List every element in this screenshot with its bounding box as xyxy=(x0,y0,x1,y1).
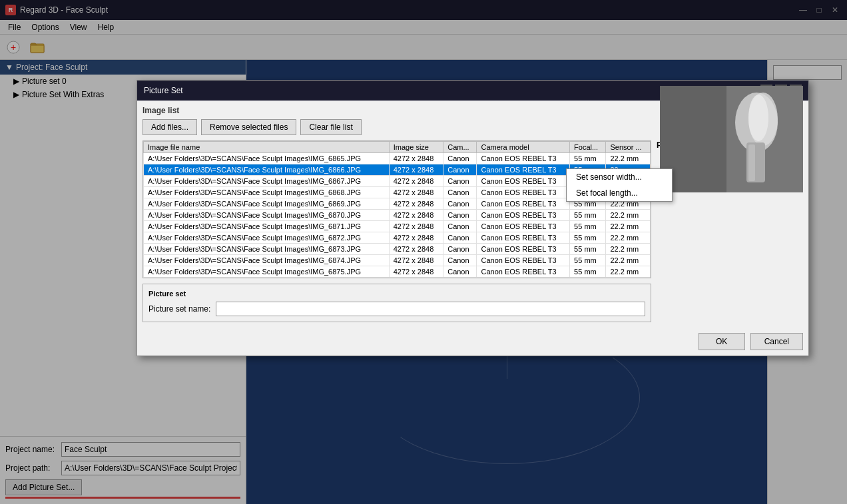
cell-model: Canon EOS REBEL T3 xyxy=(477,164,570,176)
cell-cam: Canon xyxy=(443,164,477,176)
cell-sensor: 22.2 mm xyxy=(606,232,651,244)
cell-cam: Canon xyxy=(443,255,477,266)
cell-sensor: 22.2 mm xyxy=(606,244,651,255)
context-menu: Set sensor width... Set focal length... xyxy=(566,168,673,202)
cell-model: Canon EOS REBEL T3 xyxy=(477,232,570,244)
cell-cam: Canon xyxy=(443,198,477,210)
context-menu-set-focal[interactable]: Set focal length... xyxy=(567,185,672,201)
cell-size: 4272 x 2848 xyxy=(389,221,443,232)
cell-focal: 55 mm xyxy=(570,244,606,255)
cell-focal: 55 mm xyxy=(570,232,606,244)
cell-cam: Canon xyxy=(443,232,477,244)
cell-cam: Canon xyxy=(443,153,477,164)
col-filename[interactable]: Image file name xyxy=(144,142,390,153)
cell-focal: 55 mm xyxy=(570,266,606,278)
svg-rect-9 xyxy=(748,144,755,181)
cell-model: Canon EOS REBEL T3 xyxy=(477,210,570,221)
cell-size: 4272 x 2848 xyxy=(389,176,443,187)
file-table: Image file name Image size Cam... Camera… xyxy=(143,141,651,278)
cell-focal: 55 mm xyxy=(570,153,606,164)
cell-model: Canon EOS REBEL T3 xyxy=(477,153,570,164)
table-row[interactable]: A:\User Folders\3D\=SCANS\Face Sculpt Im… xyxy=(144,266,651,278)
context-menu-set-sensor[interactable]: Set sensor width... xyxy=(567,169,672,185)
cell-model: Canon EOS REBEL T3 xyxy=(477,187,570,198)
ok-button[interactable]: OK xyxy=(699,333,745,350)
cell-filename: A:\User Folders\3D\=SCANS\Face Sculpt Im… xyxy=(144,266,390,278)
col-focal[interactable]: Focal... xyxy=(570,142,606,153)
cell-sensor: 22.2 mm xyxy=(606,255,651,266)
dialog-overlay: Picture Set — □ ✕ Image list Add files..… xyxy=(0,0,847,504)
preview-image xyxy=(660,86,803,192)
table-row[interactable]: A:\User Folders\3D\=SCANS\Face Sculpt Im… xyxy=(144,232,651,244)
col-sensor[interactable]: Sensor ... xyxy=(606,142,651,153)
cell-model: Canon EOS REBEL T3 xyxy=(477,221,570,232)
col-model[interactable]: Camera model xyxy=(477,142,570,153)
svg-point-7 xyxy=(748,95,768,141)
picture-set-name-input[interactable] xyxy=(216,302,645,316)
cell-size: 4272 x 2848 xyxy=(389,153,443,164)
cell-cam: Canon xyxy=(443,210,477,221)
cell-filename: A:\User Folders\3D\=SCANS\Face Sculpt Im… xyxy=(144,232,390,244)
cell-filename: A:\User Folders\3D\=SCANS\Face Sculpt Im… xyxy=(144,198,390,210)
dialog-left: Image file name Image size Cam... Camera… xyxy=(142,140,651,322)
dialog-body: Image list Add files... Remove selected … xyxy=(137,101,808,328)
cell-model: Canon EOS REBEL T3 xyxy=(477,255,570,266)
cell-filename: A:\User Folders\3D\=SCANS\Face Sculpt Im… xyxy=(144,153,390,164)
cancel-button[interactable]: Cancel xyxy=(750,333,803,350)
table-row[interactable]: A:\User Folders\3D\=SCANS\Face Sculpt Im… xyxy=(144,221,651,232)
cell-filename: A:\User Folders\3D\=SCANS\Face Sculpt Im… xyxy=(144,244,390,255)
picture-set-dialog: Picture Set — □ ✕ Image list Add files..… xyxy=(137,80,809,356)
cell-size: 4272 x 2848 xyxy=(389,210,443,221)
picture-set-section: Picture set Picture set name: xyxy=(142,284,651,322)
cell-focal: 55 mm xyxy=(570,255,606,266)
dialog-title: Picture Set xyxy=(144,86,183,95)
remove-selected-button[interactable]: Remove selected files xyxy=(201,119,296,135)
cell-model: Canon EOS REBEL T3 xyxy=(477,176,570,187)
col-cam[interactable]: Cam... xyxy=(443,142,477,153)
cell-model: Canon EOS REBEL T3 xyxy=(477,244,570,255)
cell-sensor: 22.2 mm xyxy=(606,153,651,164)
cell-size: 4272 x 2848 xyxy=(389,164,443,176)
dialog-right: Preview xyxy=(657,140,803,322)
cell-size: 4272 x 2848 xyxy=(389,266,443,278)
cell-cam: Canon xyxy=(443,176,477,187)
cell-focal: 55 mm xyxy=(570,221,606,232)
preview-area xyxy=(660,86,803,192)
cell-size: 4272 x 2848 xyxy=(389,244,443,255)
add-files-button[interactable]: Add files... xyxy=(142,119,197,135)
cell-size: 4272 x 2848 xyxy=(389,187,443,198)
cell-cam: Canon xyxy=(443,187,477,198)
cell-filename: A:\User Folders\3D\=SCANS\Face Sculpt Im… xyxy=(144,221,390,232)
cell-focal: 55 mm xyxy=(570,210,606,221)
preview-svg xyxy=(660,86,803,192)
cell-filename: A:\User Folders\3D\=SCANS\Face Sculpt Im… xyxy=(144,176,390,187)
cell-filename: A:\User Folders\3D\=SCANS\Face Sculpt Im… xyxy=(144,210,390,221)
col-size[interactable]: Image size xyxy=(389,142,443,153)
cell-size: 4272 x 2848 xyxy=(389,232,443,244)
picture-set-name-label: Picture set name: xyxy=(148,304,210,314)
cell-filename: A:\User Folders\3D\=SCANS\Face Sculpt Im… xyxy=(144,164,390,176)
file-table-container[interactable]: Image file name Image size Cam... Camera… xyxy=(142,140,651,278)
cell-filename: A:\User Folders\3D\=SCANS\Face Sculpt Im… xyxy=(144,187,390,198)
table-row[interactable]: A:\User Folders\3D\=SCANS\Face Sculpt Im… xyxy=(144,244,651,255)
cell-cam: Canon xyxy=(443,221,477,232)
cell-sensor: 22.2 mm xyxy=(606,221,651,232)
cell-cam: Canon xyxy=(443,244,477,255)
dialog-footer: OK Cancel xyxy=(137,328,808,356)
cell-model: Canon EOS REBEL T3 xyxy=(477,198,570,210)
picture-set-legend: Picture set xyxy=(148,290,645,298)
table-row[interactable]: A:\User Folders\3D\=SCANS\Face Sculpt Im… xyxy=(144,210,651,221)
cell-model: Canon EOS REBEL T3 xyxy=(477,266,570,278)
cell-sensor: 22.2 mm xyxy=(606,266,651,278)
picture-set-name-row: Picture set name: xyxy=(148,302,645,316)
cell-sensor: 22.2 mm xyxy=(606,210,651,221)
table-row[interactable]: A:\User Folders\3D\=SCANS\Face Sculpt Im… xyxy=(144,255,651,266)
cell-cam: Canon xyxy=(443,266,477,278)
cell-filename: A:\User Folders\3D\=SCANS\Face Sculpt Im… xyxy=(144,255,390,266)
cell-size: 4272 x 2848 xyxy=(389,255,443,266)
table-row[interactable]: A:\User Folders\3D\=SCANS\Face Sculpt Im… xyxy=(144,153,651,164)
cell-size: 4272 x 2848 xyxy=(389,198,443,210)
dialog-content-row: Image file name Image size Cam... Camera… xyxy=(142,140,803,322)
clear-file-list-button[interactable]: Clear file list xyxy=(300,119,361,135)
